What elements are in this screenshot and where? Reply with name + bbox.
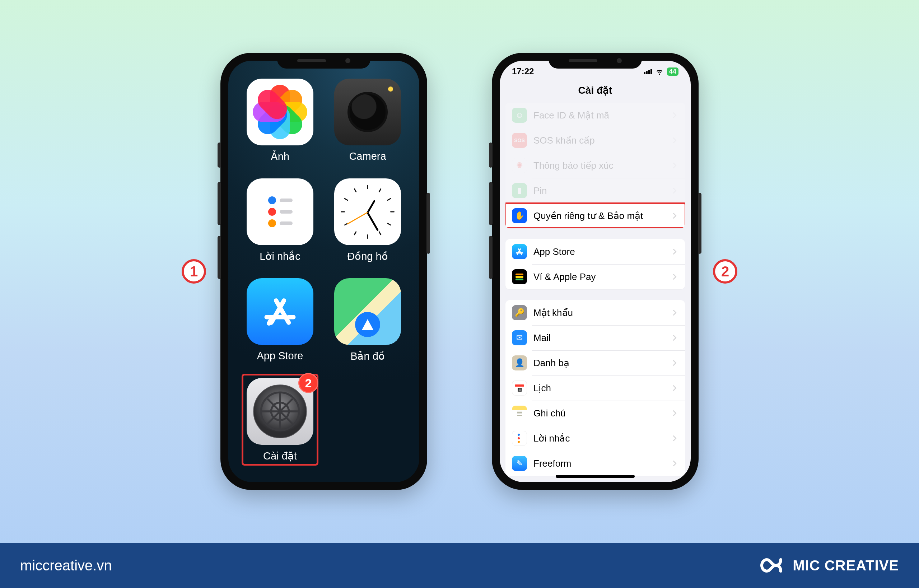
clock-icon: /*ticks drawn below via CSS generated sp…: [334, 178, 401, 245]
row-reminders[interactable]: Lời nhắc: [506, 426, 685, 451]
row-mail[interactable]: ✉ Mail: [506, 325, 685, 351]
app-label: App Store: [257, 350, 303, 362]
wifi-icon: [656, 68, 664, 75]
maps-icon: [334, 278, 401, 345]
app-reminders[interactable]: .tile.reminders .row:nth-child(1)::befor…: [247, 178, 313, 262]
app-label: Camera: [349, 150, 386, 162]
chevron-right-icon: [670, 309, 678, 317]
wallet-icon: [512, 269, 527, 284]
notch: [277, 53, 370, 69]
app-label: Lời nhắc: [260, 250, 300, 262]
chevron-right-icon: [670, 409, 678, 417]
unit-step-2: 2 17:22 44 Cài đặt: [492, 53, 737, 490]
freeform-icon: ✎: [512, 456, 527, 471]
stage: 1: [0, 0, 919, 543]
reminders-icon: [512, 431, 527, 446]
row-exposure[interactable]: ✺ Thông báo tiếp xúc: [506, 153, 685, 178]
cellular-icon: [644, 69, 652, 74]
row-notes[interactable]: ≣ Ghi chú: [506, 401, 685, 426]
row-freeform[interactable]: ✎ Freeform: [506, 451, 685, 476]
settings-list[interactable]: ☺ Face ID & Mật mã SOS SOS khẩn cấp ✺: [500, 103, 691, 482]
row-battery[interactable]: ▮ Pin: [506, 178, 685, 203]
row-faceid[interactable]: ☺ Face ID & Mật mã: [506, 103, 685, 128]
app-label: Đồng hồ: [347, 250, 388, 262]
row-label: Ghi chú: [533, 408, 664, 419]
reminders-icon: .tile.reminders .row:nth-child(1)::befor…: [247, 178, 313, 245]
row-label: App Store: [533, 246, 664, 257]
chevron-right-icon: [670, 162, 678, 170]
brand-text: MIC CREATIVE: [793, 557, 899, 573]
settings-group-apps: 🔑 Mật khẩu ✉ Mail 👤 Danh bạ: [506, 300, 685, 476]
appstore-icon: [512, 244, 527, 259]
footer-brand: MIC CREATIVE: [756, 556, 899, 575]
settings-screen: 17:22 44 Cài đặt ☺ Face ID & Mật mã: [500, 61, 691, 482]
footer-url: miccreative.vn: [20, 557, 112, 573]
step-badge-2: 2: [713, 259, 737, 284]
home-indicator[interactable]: [556, 475, 635, 478]
chevron-right-icon: [670, 384, 678, 392]
notes-icon: ≣: [512, 405, 527, 421]
row-label: Pin: [533, 185, 664, 196]
chevron-right-icon: [670, 435, 678, 442]
chevron-right-icon: [670, 111, 678, 119]
infinity-logo-icon: [756, 556, 785, 575]
mail-icon: ✉: [512, 330, 527, 345]
app-label: Bản đồ: [350, 350, 385, 362]
phone-2: 17:22 44 Cài đặt ☺ Face ID & Mật mã: [492, 53, 699, 490]
row-label: Lời nhắc: [533, 433, 664, 444]
app-photos[interactable]: Ảnh: [247, 79, 313, 163]
photos-icon: [247, 79, 313, 145]
step-badge-1: 1: [182, 259, 206, 284]
row-label: Mật khẩu: [533, 307, 664, 318]
row-label: Freeform: [533, 458, 664, 469]
app-camera[interactable]: Camera: [334, 79, 401, 162]
row-label: Lịch: [533, 383, 664, 394]
status-time: 17:22: [512, 66, 534, 76]
home-screen: Ảnh Camera .tile.reminders .row:nth-chil…: [228, 61, 419, 482]
row-passwords[interactable]: 🔑 Mật khẩu: [506, 300, 685, 325]
row-appstore[interactable]: App Store: [506, 239, 685, 264]
app-label: Ảnh: [271, 150, 289, 163]
settings-badge: 2: [298, 373, 318, 393]
chevron-right-icon: [670, 334, 678, 342]
notch: [549, 53, 642, 69]
chevron-right-icon: [670, 248, 678, 255]
contacts-icon: 👤: [512, 355, 527, 370]
hand-icon: ✋: [512, 208, 527, 223]
footer: miccreative.vn MIC CREATIVE: [0, 543, 919, 588]
chevron-right-icon: [670, 187, 678, 195]
row-label: Quyền riêng tư & Bảo mật: [533, 210, 664, 221]
calendar-icon: ▦: [512, 381, 527, 396]
row-label: SOS khẩn cấp: [533, 135, 664, 146]
settings-title: Cài đặt: [500, 82, 691, 103]
settings-group-store: App Store Ví & Apple Pay: [506, 239, 685, 289]
row-label: Thông báo tiếp xúc: [533, 160, 664, 171]
row-contacts[interactable]: 👤 Danh bạ: [506, 351, 685, 375]
phone-1: Ảnh Camera .tile.reminders .row:nth-chil…: [220, 53, 427, 490]
row-label: Mail: [533, 333, 664, 344]
app-settings[interactable]: 2 Cài đặt: [247, 378, 313, 462]
home-grid: Ảnh Camera .tile.reminders .row:nth-chil…: [238, 74, 409, 472]
faded-overlay: ☺ Face ID & Mật mã SOS SOS khẩn cấp ✺: [506, 103, 685, 203]
settings-icon: 2: [247, 378, 313, 445]
key-icon: 🔑: [512, 305, 527, 320]
chevron-right-icon: [670, 459, 678, 467]
settings-group-privacy: ☺ Face ID & Mật mã SOS SOS khẩn cấp ✺: [506, 103, 685, 228]
chevron-right-icon: [670, 212, 678, 220]
appstore-icon: [247, 278, 313, 345]
app-clock[interactable]: /*ticks drawn below via CSS generated sp…: [334, 178, 401, 262]
app-label: Cài đặt: [263, 450, 297, 462]
chevron-right-icon: [670, 359, 678, 367]
app-appstore[interactable]: App Store: [247, 278, 313, 362]
row-calendar[interactable]: ▦ Lịch: [506, 375, 685, 401]
chevron-right-icon: [670, 273, 678, 281]
battery-icon: 44: [667, 68, 678, 76]
row-wallet[interactable]: Ví & Apple Pay: [506, 264, 685, 289]
chevron-right-icon: [670, 136, 678, 144]
row-label: Danh bạ: [533, 357, 664, 369]
unit-step-1: 1: [182, 53, 427, 490]
row-sos[interactable]: SOS SOS khẩn cấp: [506, 128, 685, 153]
row-label: Face ID & Mật mã: [533, 110, 664, 121]
app-maps[interactable]: Bản đồ: [334, 278, 401, 362]
row-privacy[interactable]: ✋ Quyền riêng tư & Bảo mật: [506, 203, 685, 228]
